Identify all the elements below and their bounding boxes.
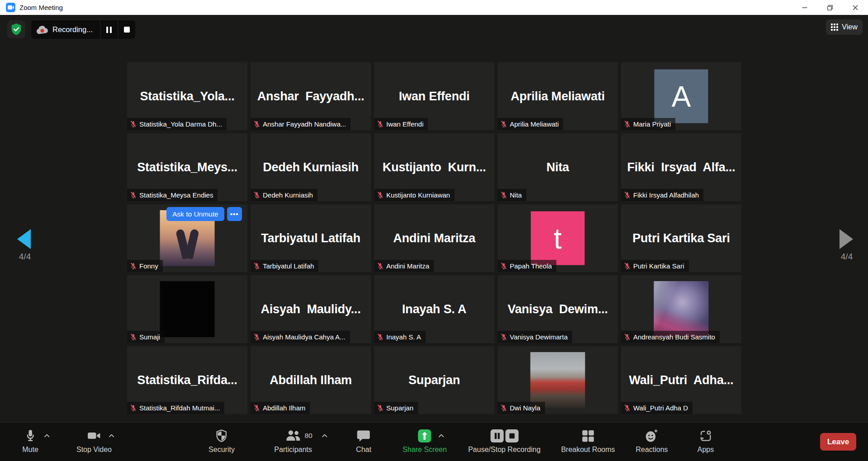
participant-big-name: Tarbiyatul Latifah bbox=[261, 231, 360, 245]
meeting-toolbar: Leave MuteStop VideoSecurity80Participan… bbox=[0, 423, 868, 461]
participant-name-label: Kustijanto Kurniawan bbox=[386, 191, 450, 199]
chat-icon bbox=[356, 429, 370, 442]
toolbar-pause-stop-recording-button[interactable]: Pause/Stop Recording bbox=[468, 427, 541, 454]
muted-mic-icon bbox=[253, 334, 260, 340]
grid-view-icon bbox=[831, 24, 838, 31]
participant-tile[interactable]: Statistika_Meys...Statistika_Meysa Endie… bbox=[127, 133, 247, 201]
minimize-icon bbox=[802, 5, 807, 10]
chevron-up-icon[interactable] bbox=[44, 434, 50, 438]
muted-mic-icon bbox=[500, 121, 507, 127]
participant-name-tag: Suparjan bbox=[374, 402, 418, 414]
apps-icon bbox=[699, 429, 712, 442]
muted-mic-icon bbox=[253, 263, 260, 269]
participant-tile[interactable]: Andini MaritzaAndini Maritza bbox=[374, 204, 494, 272]
participant-tile[interactable]: Anshar Fayyadh...Anshar Fayyadh Nandiwa.… bbox=[251, 62, 371, 130]
close-button[interactable] bbox=[843, 0, 868, 15]
toolbar-share-screen-button[interactable]: Share Screen bbox=[403, 427, 447, 454]
pause-icon bbox=[106, 27, 112, 33]
participant-avatar: t bbox=[531, 212, 585, 265]
participant-name-label: Iwan Effendi bbox=[386, 120, 423, 128]
participant-tile[interactable]: AMaria Priyati bbox=[621, 62, 741, 130]
participant-tile[interactable]: Abdillah IlhamAbdillah Ilham bbox=[251, 346, 371, 414]
muted-mic-icon bbox=[377, 405, 384, 411]
toolbar-participants-button[interactable]: 80Participants bbox=[274, 427, 312, 454]
participant-tile[interactable]: Ask to Unmute•••Fonny bbox=[127, 204, 247, 272]
toolbar-breakout-rooms-button[interactable]: Breakout Rooms bbox=[561, 427, 615, 454]
pause-recording-button[interactable] bbox=[101, 20, 118, 39]
muted-mic-icon bbox=[500, 405, 507, 411]
participant-tile[interactable]: tPapah Theola bbox=[498, 204, 618, 272]
toolbar-mute-button[interactable]: Mute bbox=[22, 427, 38, 454]
chevron-up-icon[interactable] bbox=[322, 434, 328, 438]
participant-name-tag: Anshar Fayyadh Nandiwa... bbox=[251, 118, 351, 130]
participant-name-tag: Maria Priyati bbox=[621, 118, 675, 130]
participant-name-label: Maria Priyati bbox=[633, 120, 671, 128]
participant-name-tag: Statistika_Meysa Endies bbox=[127, 189, 218, 201]
muted-mic-icon bbox=[253, 192, 260, 198]
participant-tile[interactable]: Putri Kartika SariPutri Kartika Sari bbox=[621, 204, 741, 272]
participant-tile[interactable]: Inayah S. AInayah S. A bbox=[374, 275, 494, 343]
participant-tile[interactable]: Sumaji bbox=[127, 275, 247, 343]
chevron-up-icon[interactable] bbox=[109, 434, 114, 438]
participant-tile[interactable]: Wali_Putri Adha...Wali_Putri Adha D bbox=[621, 346, 741, 414]
more-options-button[interactable]: ••• bbox=[227, 207, 242, 221]
previous-page-arrow[interactable] bbox=[17, 229, 31, 249]
toolbar-stop-video-button[interactable]: Stop Video bbox=[76, 427, 112, 454]
participant-big-name: Statistika_Meys... bbox=[137, 160, 237, 174]
meeting-info-shield-button[interactable] bbox=[7, 20, 25, 38]
participant-name-label: Statistika_Meysa Endies bbox=[139, 191, 213, 199]
window-title: Zoom Meeting bbox=[19, 4, 63, 11]
participant-tile[interactable]: Aprilia MeliawatiAprilia Meliawati bbox=[498, 62, 618, 130]
participant-name-label: Statistika_Rifdah Mutmai... bbox=[139, 404, 220, 412]
window-titlebar: Zoom Meeting bbox=[0, 0, 868, 15]
toolbar-apps-button[interactable]: Apps bbox=[697, 427, 714, 454]
record-controls-icon bbox=[489, 429, 519, 443]
view-button[interactable]: View bbox=[826, 19, 863, 35]
participant-name-label: Dwi Nayla bbox=[510, 404, 541, 412]
participant-big-name: Anshar Fayyadh... bbox=[257, 89, 364, 103]
ask-to-unmute-button[interactable]: Ask to Unmute bbox=[166, 207, 224, 221]
toolbar-chat-button[interactable]: Chat bbox=[356, 427, 371, 454]
participant-name-tag: Kustijanto Kurniawan bbox=[374, 189, 455, 201]
participant-big-name: Aisyah Maulidy... bbox=[261, 302, 361, 316]
muted-mic-icon bbox=[377, 263, 384, 269]
participant-tile[interactable]: SuparjanSuparjan bbox=[374, 346, 494, 414]
participant-name-tag: Iwan Effendi bbox=[374, 118, 428, 130]
muted-mic-icon bbox=[624, 121, 631, 127]
participant-tile[interactable]: Statistika_Yola...Statistika_Yola Darma … bbox=[127, 62, 247, 130]
minimize-button[interactable] bbox=[792, 0, 817, 15]
chevron-up-icon[interactable] bbox=[439, 434, 445, 438]
toolbar-item-label: Pause/Stop Recording bbox=[468, 446, 541, 454]
participant-big-name: Iwan Effendi bbox=[399, 89, 470, 103]
muted-mic-icon bbox=[500, 192, 507, 198]
leave-button[interactable]: Leave bbox=[820, 433, 856, 451]
participant-name-tag: Abdillah Ilham bbox=[251, 402, 310, 414]
participant-name-tag: Dwi Nayla bbox=[498, 402, 545, 414]
participant-name-tag: Statistika_Rifdah Mutmai... bbox=[127, 402, 224, 414]
participant-tile[interactable]: Statistika_Rifda...Statistika_Rifdah Mut… bbox=[127, 346, 247, 414]
stop-recording-button[interactable] bbox=[119, 20, 135, 39]
participant-big-name: Putri Kartika Sari bbox=[632, 231, 730, 245]
participant-tile[interactable]: Dwi Nayla bbox=[498, 346, 618, 414]
participant-name-tag: Wali_Putri Adha D bbox=[621, 402, 693, 414]
participant-name-label: Inayah S. A bbox=[386, 333, 421, 341]
muted-mic-icon bbox=[377, 192, 384, 198]
participant-name-label: Statistika_Yola Darma Dh... bbox=[139, 120, 222, 128]
participant-tile[interactable]: Aisyah Maulidy...Aisyah Maulidya Cahya A… bbox=[251, 275, 371, 343]
participant-tile[interactable]: Kustijanto Kurn...Kustijanto Kurniawan bbox=[374, 133, 494, 201]
muted-mic-icon bbox=[624, 334, 631, 340]
next-page-arrow[interactable] bbox=[840, 229, 853, 249]
participant-tile[interactable]: Iwan EffendiIwan Effendi bbox=[374, 62, 494, 130]
reactions-icon bbox=[645, 429, 659, 443]
participant-tile[interactable]: Vanisya Dewim...Vanisya Dewimarta bbox=[498, 275, 618, 343]
participant-tile[interactable]: Fikki Irsyad Alfa...Fikki Irsyad Alfadhi… bbox=[621, 133, 741, 201]
toolbar-item-label: Participants bbox=[274, 446, 312, 454]
participant-name-tag: Putri Kartika Sari bbox=[621, 260, 689, 272]
participant-tile[interactable]: Andreansyah Budi Sasmito bbox=[621, 275, 741, 343]
toolbar-reactions-button[interactable]: Reactions bbox=[636, 427, 668, 454]
participant-tile[interactable]: Tarbiyatul LatifahTarbiyatul Latifah bbox=[251, 204, 371, 272]
restore-button[interactable] bbox=[817, 0, 843, 15]
participant-tile[interactable]: Dedeh KurniasihDedeh Kurniasih bbox=[251, 133, 371, 201]
participant-tile[interactable]: NitaNita bbox=[498, 133, 618, 201]
toolbar-security-button[interactable]: Security bbox=[209, 427, 235, 454]
